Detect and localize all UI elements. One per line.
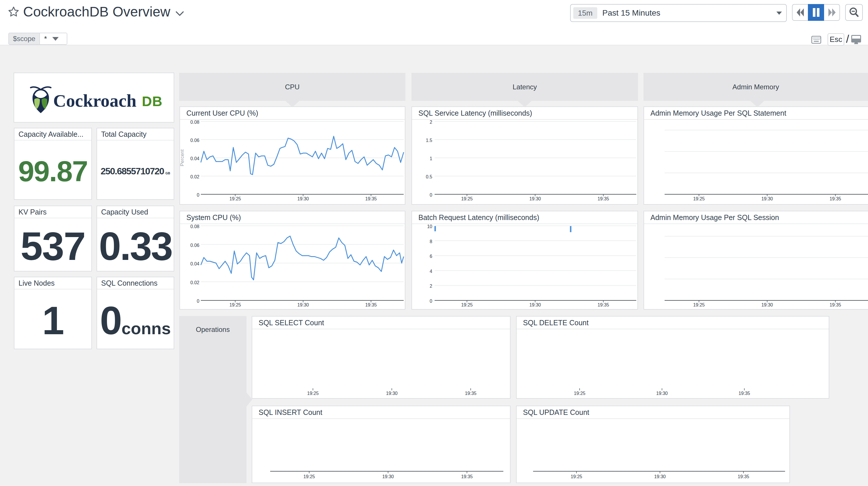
svg-text:0.08: 0.08 <box>190 224 199 229</box>
svg-text:19:35: 19:35 <box>365 196 377 201</box>
svg-text:19:25: 19:25 <box>229 196 241 201</box>
svg-text:19:30: 19:30 <box>762 196 773 201</box>
svg-text:0.02: 0.02 <box>190 280 199 285</box>
svg-text:19:30: 19:30 <box>382 474 394 479</box>
svg-text:19:30: 19:30 <box>297 196 309 201</box>
svg-text:19:30: 19:30 <box>654 474 666 479</box>
svg-text:19:35: 19:35 <box>830 196 841 201</box>
svg-text:19:25: 19:25 <box>461 196 473 201</box>
svg-text:0: 0 <box>197 193 199 197</box>
svg-text:0.08: 0.08 <box>190 120 199 124</box>
svg-text:19:25: 19:25 <box>461 303 473 307</box>
svg-text:19:35: 19:35 <box>461 474 473 479</box>
svg-text:2: 2 <box>430 284 432 289</box>
svg-text:1: 1 <box>430 156 432 161</box>
svg-text:19:30: 19:30 <box>297 303 309 307</box>
svg-text:19:30: 19:30 <box>656 391 668 396</box>
svg-text:Cockroach: Cockroach <box>53 91 136 110</box>
svg-text:0.06: 0.06 <box>190 138 199 143</box>
svg-text:0: 0 <box>430 299 432 304</box>
svg-text:0: 0 <box>197 299 199 304</box>
svg-text:19:35: 19:35 <box>365 303 377 307</box>
svg-text:0.04: 0.04 <box>190 156 199 161</box>
svg-text:0.06: 0.06 <box>190 243 199 248</box>
svg-text:19:25: 19:25 <box>229 303 241 307</box>
svg-text:19:30: 19:30 <box>529 196 541 201</box>
svg-text:19:35: 19:35 <box>597 303 609 307</box>
svg-text:19:35: 19:35 <box>738 474 749 479</box>
svg-text:19:35: 19:35 <box>739 391 750 396</box>
svg-text:19:25: 19:25 <box>693 303 705 307</box>
svg-text:19:25: 19:25 <box>574 391 585 396</box>
svg-text:1.5: 1.5 <box>426 138 432 143</box>
svg-text:8: 8 <box>430 239 432 244</box>
svg-text:Percent: Percent <box>180 149 185 166</box>
svg-text:10: 10 <box>427 224 432 229</box>
svg-text:19:35: 19:35 <box>830 303 841 307</box>
svg-text:0.04: 0.04 <box>190 261 199 266</box>
svg-text:19:30: 19:30 <box>529 303 541 307</box>
svg-text:0.02: 0.02 <box>190 174 199 179</box>
svg-text:0: 0 <box>430 193 432 197</box>
svg-text:19:30: 19:30 <box>762 303 773 307</box>
svg-text:19:25: 19:25 <box>693 196 705 201</box>
svg-text:2: 2 <box>430 120 432 124</box>
svg-text:19:25: 19:25 <box>303 474 315 479</box>
svg-text:19:30: 19:30 <box>386 391 398 396</box>
svg-text:6: 6 <box>430 254 432 259</box>
svg-text:19:25: 19:25 <box>307 391 319 396</box>
svg-text:19:35: 19:35 <box>465 391 476 396</box>
svg-text:19:35: 19:35 <box>597 196 609 201</box>
svg-text:4: 4 <box>430 269 432 274</box>
svg-text:0.5: 0.5 <box>426 174 432 179</box>
svg-text:19:25: 19:25 <box>571 474 582 479</box>
svg-text:DB: DB <box>142 94 162 109</box>
